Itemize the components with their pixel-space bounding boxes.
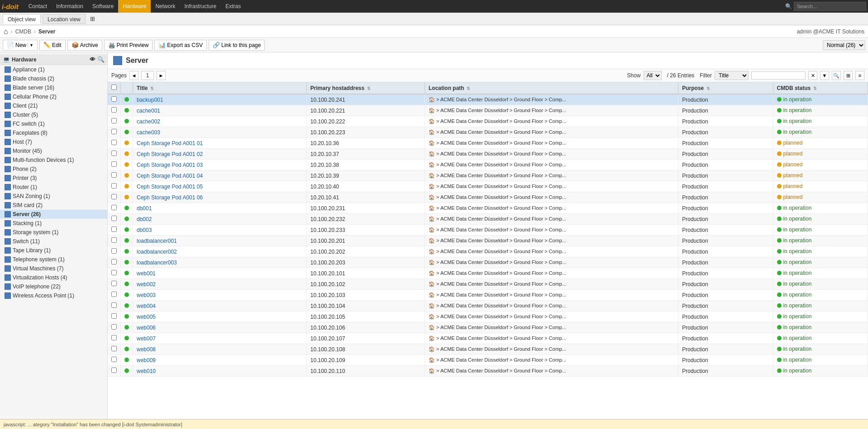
tab-location-view[interactable]: Location view [43, 14, 86, 24]
sidebar-item-faceplates-(8)[interactable]: Faceplates (8) [0, 128, 107, 137]
row-checkbox[interactable] [111, 270, 117, 275]
sidebar-item-storage-system-(1)[interactable]: Storage system (1) [0, 228, 107, 237]
sidebar-item-monitor-(45)[interactable]: Monitor (45) [0, 146, 107, 156]
row-checkbox[interactable] [111, 335, 117, 340]
row-checkbox[interactable] [111, 357, 117, 362]
breadcrumb-cmdb[interactable]: CMDB [15, 28, 31, 35]
nav-item-contact[interactable]: Contact [24, 0, 52, 13]
row-title-link[interactable]: Ceph Storage Pod A001 04 [137, 173, 203, 179]
row-checkbox[interactable] [111, 259, 117, 264]
export-csv-button[interactable]: 📊 Export as CSV [154, 40, 207, 51]
filter-search-button[interactable]: 🔍 [832, 71, 841, 80]
sidebar-item-blade-chassis-(2)[interactable]: Blade chassis (2) [0, 74, 107, 83]
sidebar-item-telephone-system-(1)[interactable]: Telephone system (1) [0, 255, 107, 264]
sidebar-item-client-(21)[interactable]: Client (21) [0, 101, 107, 110]
row-checkbox[interactable] [111, 118, 117, 123]
status-col-header[interactable]: CMDB status ⇅ [773, 82, 868, 94]
sidebar-item-tape-library-(1)[interactable]: Tape Library (1) [0, 246, 107, 255]
show-select[interactable]: All [644, 71, 662, 80]
sidebar-item-blade-server-(16)[interactable]: Blade server (16) [0, 83, 107, 92]
filter-dropdown-button[interactable]: ▼ [820, 71, 829, 80]
sidebar-item-wireless-access-point-(1)[interactable]: Wireless Access Point (1) [0, 291, 107, 300]
row-checkbox[interactable] [111, 302, 117, 308]
print-preview-button[interactable]: 🖨️ Print Preview [104, 40, 153, 51]
row-title-link[interactable]: web004 [137, 303, 156, 309]
sidebar-item-fc-switch-(1)[interactable]: FC switch (1) [0, 119, 107, 128]
filter-clear-button[interactable]: ✕ [808, 71, 817, 80]
select-all-checkbox[interactable] [111, 85, 117, 90]
breadcrumb-server[interactable]: Server [38, 28, 55, 35]
row-checkbox[interactable] [111, 151, 117, 156]
row-title-link[interactable]: backup001 [137, 97, 163, 103]
sidebar-item-stacking-(1)[interactable]: Stacking (1) [0, 219, 107, 228]
sidebar-item-virtualization-hosts-(4)[interactable]: Virtualization Hosts (4) [0, 273, 107, 282]
sidebar-item-router-(1)[interactable]: Router (1) [0, 183, 107, 192]
row-title-link[interactable]: web002 [137, 281, 156, 288]
sidebar-item-server-(26)[interactable]: Server (26) [0, 210, 107, 219]
filter-settings-button[interactable]: ⊞ [844, 71, 853, 80]
row-checkbox[interactable] [111, 226, 117, 232]
filter-field-select[interactable]: Title IP Purpose Status [715, 71, 749, 80]
sidebar-item-host-(7)[interactable]: Host (7) [0, 137, 107, 146]
filter-input[interactable] [751, 71, 806, 80]
row-checkbox[interactable] [111, 183, 117, 189]
row-checkbox[interactable] [111, 346, 117, 351]
location-col-header[interactable]: Location path ⇅ [425, 82, 678, 94]
row-title-link[interactable]: web007 [137, 335, 156, 342]
filter-columns-button[interactable]: ≡ [855, 71, 864, 80]
search-input[interactable] [794, 2, 866, 11]
row-title-link[interactable]: web006 [137, 325, 156, 331]
home-breadcrumb[interactable]: ⌂ [4, 28, 8, 36]
ip-col-header[interactable]: Primary hostaddress ⇅ [306, 82, 424, 94]
row-title-link[interactable]: cache001 [137, 108, 160, 114]
row-title-link[interactable]: web005 [137, 314, 156, 320]
purpose-col-header[interactable]: Purpose ⇅ [678, 82, 773, 94]
row-title-link[interactable]: cache003 [137, 129, 160, 136]
edit-button[interactable]: ✏️ Edit [39, 40, 66, 51]
row-title-link[interactable]: web009 [137, 357, 156, 363]
nav-item-information[interactable]: Information [52, 0, 88, 13]
new-button[interactable]: 📄 New ▼ [3, 40, 38, 51]
row-checkbox[interactable] [111, 161, 117, 167]
sidebar-item-cellular-phone-(2)[interactable]: Cellular Phone (2) [0, 92, 107, 101]
row-title-link[interactable]: db001 [137, 205, 152, 212]
row-checkbox[interactable] [111, 281, 117, 286]
row-checkbox[interactable] [111, 129, 117, 134]
archive-button[interactable]: 📦 Archive [67, 40, 102, 51]
row-checkbox[interactable] [111, 248, 117, 254]
nav-item-infrastructure[interactable]: Infrastructure [180, 0, 221, 13]
sidebar-item-san-zoning-(1)[interactable]: SAN Zoning (1) [0, 192, 107, 201]
row-checkbox[interactable] [111, 368, 117, 373]
row-title-link[interactable]: db002 [137, 216, 152, 222]
row-title-link[interactable]: web001 [137, 270, 156, 277]
nav-item-network[interactable]: Network [151, 0, 180, 13]
sidebar-item-switch-(11)[interactable]: Switch (11) [0, 237, 107, 246]
row-title-link[interactable]: Ceph Storage Pod A001 02 [137, 151, 203, 157]
sidebar-item-sim-card-(2)[interactable]: SIM card (2) [0, 201, 107, 210]
tab-object-view[interactable]: Object view [3, 14, 41, 24]
row-title-link[interactable]: Ceph Storage Pod A001 05 [137, 184, 203, 190]
sidebar-item-appliance-(1)[interactable]: Appliance (1) [0, 65, 107, 74]
sidebar-item-cluster-(5)[interactable]: Cluster (5) [0, 110, 107, 119]
normal-select[interactable]: Normal (26) [823, 40, 865, 50]
sidebar-search-icon[interactable]: 🔍 [97, 56, 105, 63]
row-checkbox[interactable] [111, 313, 117, 319]
row-title-link[interactable]: db003 [137, 227, 152, 233]
link-button[interactable]: 🔗 Link to this page [209, 40, 265, 51]
row-checkbox[interactable] [111, 205, 117, 210]
row-title-link[interactable]: loadbalancer001 [137, 238, 177, 244]
row-title-link[interactable]: Ceph Storage Pod A001 03 [137, 162, 203, 168]
nav-item-software[interactable]: Software [88, 0, 118, 13]
new-dropdown-icon[interactable]: ▼ [28, 43, 33, 47]
row-checkbox[interactable] [111, 107, 117, 113]
row-title-link[interactable]: Ceph Storage Pod A001 01 [137, 140, 203, 146]
sidebar-item-phone-(2)[interactable]: Phone (2) [0, 165, 107, 174]
row-checkbox[interactable] [111, 140, 117, 145]
sidebar-item-voip-telephone-(22)[interactable]: VoIP telephone (22) [0, 282, 107, 291]
prev-page-button[interactable]: ◄ [129, 71, 138, 80]
eye-icon[interactable]: 👁 [90, 56, 95, 63]
row-title-link[interactable]: loadbalancer002 [137, 249, 177, 255]
expand-icon[interactable]: ⊞ [89, 15, 96, 23]
sidebar-item-virtual-maschines-(7)[interactable]: Virtual Maschines (7) [0, 264, 107, 273]
row-checkbox[interactable] [111, 96, 117, 102]
